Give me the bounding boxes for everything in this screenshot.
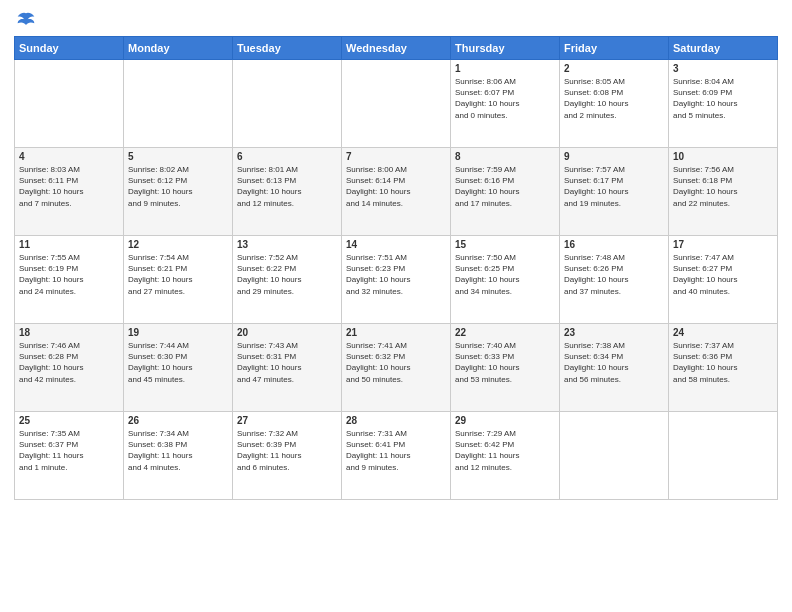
day-cell: 4Sunrise: 8:03 AM Sunset: 6:11 PM Daylig… xyxy=(15,148,124,236)
day-number: 16 xyxy=(564,239,664,250)
day-cell: 10Sunrise: 7:56 AM Sunset: 6:18 PM Dayli… xyxy=(669,148,778,236)
day-number: 12 xyxy=(128,239,228,250)
day-number: 29 xyxy=(455,415,555,426)
day-cell: 18Sunrise: 7:46 AM Sunset: 6:28 PM Dayli… xyxy=(15,324,124,412)
day-cell: 6Sunrise: 8:01 AM Sunset: 6:13 PM Daylig… xyxy=(233,148,342,236)
day-cell: 11Sunrise: 7:55 AM Sunset: 6:19 PM Dayli… xyxy=(15,236,124,324)
header-thursday: Thursday xyxy=(451,37,560,60)
day-info: Sunrise: 7:50 AM Sunset: 6:25 PM Dayligh… xyxy=(455,252,555,297)
day-number: 20 xyxy=(237,327,337,338)
header-friday: Friday xyxy=(560,37,669,60)
day-number: 3 xyxy=(673,63,773,74)
day-cell: 13Sunrise: 7:52 AM Sunset: 6:22 PM Dayli… xyxy=(233,236,342,324)
calendar-header-row: SundayMondayTuesdayWednesdayThursdayFrid… xyxy=(15,37,778,60)
week-row-1: 4Sunrise: 8:03 AM Sunset: 6:11 PM Daylig… xyxy=(15,148,778,236)
day-cell xyxy=(233,60,342,148)
header-sunday: Sunday xyxy=(15,37,124,60)
day-cell: 26Sunrise: 7:34 AM Sunset: 6:38 PM Dayli… xyxy=(124,412,233,500)
day-info: Sunrise: 7:35 AM Sunset: 6:37 PM Dayligh… xyxy=(19,428,119,473)
day-info: Sunrise: 8:00 AM Sunset: 6:14 PM Dayligh… xyxy=(346,164,446,209)
day-number: 13 xyxy=(237,239,337,250)
day-number: 2 xyxy=(564,63,664,74)
day-info: Sunrise: 7:54 AM Sunset: 6:21 PM Dayligh… xyxy=(128,252,228,297)
day-number: 21 xyxy=(346,327,446,338)
day-cell: 9Sunrise: 7:57 AM Sunset: 6:17 PM Daylig… xyxy=(560,148,669,236)
day-number: 27 xyxy=(237,415,337,426)
day-cell: 23Sunrise: 7:38 AM Sunset: 6:34 PM Dayli… xyxy=(560,324,669,412)
day-cell xyxy=(342,60,451,148)
day-cell: 12Sunrise: 7:54 AM Sunset: 6:21 PM Dayli… xyxy=(124,236,233,324)
day-number: 5 xyxy=(128,151,228,162)
day-number: 10 xyxy=(673,151,773,162)
day-info: Sunrise: 7:47 AM Sunset: 6:27 PM Dayligh… xyxy=(673,252,773,297)
day-number: 14 xyxy=(346,239,446,250)
day-number: 8 xyxy=(455,151,555,162)
header-tuesday: Tuesday xyxy=(233,37,342,60)
day-number: 25 xyxy=(19,415,119,426)
day-info: Sunrise: 8:04 AM Sunset: 6:09 PM Dayligh… xyxy=(673,76,773,121)
day-info: Sunrise: 7:59 AM Sunset: 6:16 PM Dayligh… xyxy=(455,164,555,209)
day-number: 15 xyxy=(455,239,555,250)
day-info: Sunrise: 7:38 AM Sunset: 6:34 PM Dayligh… xyxy=(564,340,664,385)
day-info: Sunrise: 7:34 AM Sunset: 6:38 PM Dayligh… xyxy=(128,428,228,473)
day-cell: 22Sunrise: 7:40 AM Sunset: 6:33 PM Dayli… xyxy=(451,324,560,412)
day-info: Sunrise: 8:03 AM Sunset: 6:11 PM Dayligh… xyxy=(19,164,119,209)
day-info: Sunrise: 7:57 AM Sunset: 6:17 PM Dayligh… xyxy=(564,164,664,209)
day-info: Sunrise: 8:06 AM Sunset: 6:07 PM Dayligh… xyxy=(455,76,555,121)
calendar-page: SundayMondayTuesdayWednesdayThursdayFrid… xyxy=(0,0,792,612)
day-number: 18 xyxy=(19,327,119,338)
day-number: 26 xyxy=(128,415,228,426)
day-info: Sunrise: 7:41 AM Sunset: 6:32 PM Dayligh… xyxy=(346,340,446,385)
day-number: 11 xyxy=(19,239,119,250)
day-info: Sunrise: 8:05 AM Sunset: 6:08 PM Dayligh… xyxy=(564,76,664,121)
day-number: 4 xyxy=(19,151,119,162)
day-info: Sunrise: 7:31 AM Sunset: 6:41 PM Dayligh… xyxy=(346,428,446,473)
day-cell: 14Sunrise: 7:51 AM Sunset: 6:23 PM Dayli… xyxy=(342,236,451,324)
logo xyxy=(14,10,36,30)
day-cell xyxy=(669,412,778,500)
day-number: 19 xyxy=(128,327,228,338)
page-header xyxy=(14,10,778,30)
day-info: Sunrise: 7:51 AM Sunset: 6:23 PM Dayligh… xyxy=(346,252,446,297)
day-info: Sunrise: 7:29 AM Sunset: 6:42 PM Dayligh… xyxy=(455,428,555,473)
day-info: Sunrise: 7:48 AM Sunset: 6:26 PM Dayligh… xyxy=(564,252,664,297)
day-number: 1 xyxy=(455,63,555,74)
day-cell: 3Sunrise: 8:04 AM Sunset: 6:09 PM Daylig… xyxy=(669,60,778,148)
day-info: Sunrise: 7:56 AM Sunset: 6:18 PM Dayligh… xyxy=(673,164,773,209)
day-cell: 19Sunrise: 7:44 AM Sunset: 6:30 PM Dayli… xyxy=(124,324,233,412)
day-number: 17 xyxy=(673,239,773,250)
day-cell: 17Sunrise: 7:47 AM Sunset: 6:27 PM Dayli… xyxy=(669,236,778,324)
day-cell: 7Sunrise: 8:00 AM Sunset: 6:14 PM Daylig… xyxy=(342,148,451,236)
logo-bird-icon xyxy=(16,10,36,30)
day-info: Sunrise: 7:55 AM Sunset: 6:19 PM Dayligh… xyxy=(19,252,119,297)
day-number: 28 xyxy=(346,415,446,426)
week-row-0: 1Sunrise: 8:06 AM Sunset: 6:07 PM Daylig… xyxy=(15,60,778,148)
day-cell: 1Sunrise: 8:06 AM Sunset: 6:07 PM Daylig… xyxy=(451,60,560,148)
day-info: Sunrise: 8:02 AM Sunset: 6:12 PM Dayligh… xyxy=(128,164,228,209)
day-number: 24 xyxy=(673,327,773,338)
calendar-table: SundayMondayTuesdayWednesdayThursdayFrid… xyxy=(14,36,778,500)
day-number: 22 xyxy=(455,327,555,338)
day-cell: 21Sunrise: 7:41 AM Sunset: 6:32 PM Dayli… xyxy=(342,324,451,412)
day-info: Sunrise: 7:52 AM Sunset: 6:22 PM Dayligh… xyxy=(237,252,337,297)
day-cell: 20Sunrise: 7:43 AM Sunset: 6:31 PM Dayli… xyxy=(233,324,342,412)
header-monday: Monday xyxy=(124,37,233,60)
day-cell: 27Sunrise: 7:32 AM Sunset: 6:39 PM Dayli… xyxy=(233,412,342,500)
day-number: 7 xyxy=(346,151,446,162)
day-info: Sunrise: 7:32 AM Sunset: 6:39 PM Dayligh… xyxy=(237,428,337,473)
day-number: 23 xyxy=(564,327,664,338)
day-cell: 5Sunrise: 8:02 AM Sunset: 6:12 PM Daylig… xyxy=(124,148,233,236)
header-saturday: Saturday xyxy=(669,37,778,60)
day-info: Sunrise: 8:01 AM Sunset: 6:13 PM Dayligh… xyxy=(237,164,337,209)
day-number: 6 xyxy=(237,151,337,162)
day-number: 9 xyxy=(564,151,664,162)
day-cell xyxy=(124,60,233,148)
day-cell: 24Sunrise: 7:37 AM Sunset: 6:36 PM Dayli… xyxy=(669,324,778,412)
day-cell xyxy=(560,412,669,500)
day-cell: 28Sunrise: 7:31 AM Sunset: 6:41 PM Dayli… xyxy=(342,412,451,500)
day-cell: 25Sunrise: 7:35 AM Sunset: 6:37 PM Dayli… xyxy=(15,412,124,500)
week-row-4: 25Sunrise: 7:35 AM Sunset: 6:37 PM Dayli… xyxy=(15,412,778,500)
day-cell: 8Sunrise: 7:59 AM Sunset: 6:16 PM Daylig… xyxy=(451,148,560,236)
day-cell xyxy=(15,60,124,148)
day-info: Sunrise: 7:37 AM Sunset: 6:36 PM Dayligh… xyxy=(673,340,773,385)
